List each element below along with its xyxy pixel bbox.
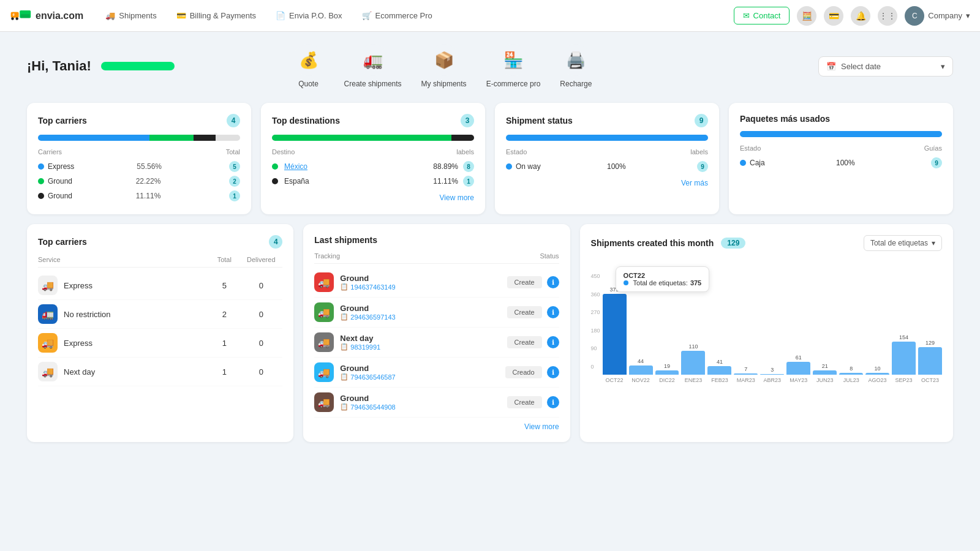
qa-quote[interactable]: 💰 Quote <box>293 44 325 88</box>
company-menu[interactable]: C Company ▾ <box>905 6 970 26</box>
bar-column: 154SEP23 <box>892 334 916 383</box>
bar[interactable] <box>734 373 758 375</box>
status-button-0[interactable]: Create <box>507 276 542 288</box>
bar-column: 41FEB23 <box>707 359 731 383</box>
service-row: 🚚 Next day 1 0 <box>38 358 282 386</box>
bar[interactable] <box>865 373 889 375</box>
nav-billing-icon: 💳 <box>176 11 186 20</box>
chevron-down-icon: ▾ <box>941 62 945 71</box>
carrier-row: Ground 11.11% 1 <box>38 189 240 203</box>
nav-shipments[interactable]: 🚚 Shipments <box>102 9 160 23</box>
qa-ecommerce-pro[interactable]: 🏪 E-commerce pro <box>486 44 541 88</box>
last-shipments-title: Last shipments <box>314 235 377 245</box>
bar-month-label: SEP23 <box>895 377 913 383</box>
bar[interactable] <box>681 351 705 375</box>
copy-icon-1: 📋 <box>340 313 349 321</box>
chevron-down-icon: ▾ <box>966 11 970 20</box>
date-picker[interactable]: 📅 Select date ▾ <box>818 56 953 77</box>
top-carriers-badge: 4 <box>227 114 240 127</box>
destinations-progress-bar <box>272 135 474 141</box>
view-more-destinations[interactable]: View more <box>272 193 474 202</box>
shipment-icon-4: 🚚 <box>314 392 334 412</box>
service-icon-express2: 🚚 <box>38 333 58 353</box>
bar-value-label: 110 <box>688 343 698 350</box>
bar-column: 3ABR23 <box>760 367 784 383</box>
bar[interactable] <box>786 362 810 375</box>
bar-month-label: NOV22 <box>631 377 650 383</box>
bar[interactable] <box>918 347 942 375</box>
service-icon-express1: 🚚 <box>38 276 58 295</box>
destination-row: México 88.89% 8 <box>272 159 474 174</box>
bar[interactable] <box>603 294 627 375</box>
shipment-row: 🚚 Next day 📋98319991 Create ℹ <box>314 328 559 358</box>
status-button-1[interactable]: Create <box>507 306 542 318</box>
info-icon-4[interactable]: ℹ <box>547 396 559 408</box>
service-row: 🚚 Express 5 0 <box>38 271 282 300</box>
chart-select[interactable]: Total de etiquetas ▾ <box>864 235 942 251</box>
carriers-progress-bar <box>38 135 240 141</box>
bar-month-label: OCT22 <box>606 377 624 383</box>
bar[interactable] <box>707 366 731 375</box>
service-icon-norestriction: 🚛 <box>38 304 58 324</box>
grid-icon[interactable]: ⋮⋮ <box>878 6 897 26</box>
info-icon-1[interactable]: ℹ <box>547 306 559 318</box>
top-destinations-badge: 3 <box>461 114 474 127</box>
top-carriers-bottom-card: Top carriers 4 Service Total Delivered 🚚… <box>27 224 293 442</box>
nav-shipments-icon: 🚚 <box>105 11 115 20</box>
view-more-shipments[interactable]: View more <box>314 422 559 431</box>
service-icon-nextday: 🚚 <box>38 362 58 381</box>
status-button-3[interactable]: Creado <box>505 366 542 378</box>
paquetes-progress-bar <box>740 131 942 137</box>
calculator-icon[interactable]: 🧮 <box>797 6 816 26</box>
quick-actions: 💰 Quote 🚛 Create shipments 📦 My shipment… <box>293 44 592 88</box>
bar[interactable] <box>839 373 863 375</box>
shipment-row: 🚚 Ground 📋194637463149 Create ℹ <box>314 268 559 298</box>
bar-column: 44NOV22 <box>629 358 653 383</box>
bar[interactable] <box>629 365 653 375</box>
qa-recharge[interactable]: 🖨️ Recharge <box>560 44 592 88</box>
chart-badge: 129 <box>721 238 745 249</box>
last-shipments-card: Last shipments Tracking Status 🚚 Ground … <box>303 224 570 442</box>
info-icon-3[interactable]: ℹ <box>547 366 559 378</box>
shipment-icon-0: 🚚 <box>314 272 334 292</box>
bar-month-label: OCT23 <box>921 377 939 383</box>
calendar-icon: 📅 <box>826 62 836 71</box>
info-icon-0[interactable]: ℹ <box>547 276 559 288</box>
copy-icon-3: 📋 <box>340 373 349 381</box>
recharge-icon: 🖨️ <box>560 44 592 76</box>
status-button-4[interactable]: Create <box>507 396 542 408</box>
bar-column: 21JUN23 <box>813 363 837 383</box>
bar-month-label: JUL23 <box>843 377 859 383</box>
wallet-icon[interactable]: 💳 <box>824 6 843 26</box>
nav-pobox[interactable]: 📄 Envia P.O. Box <box>272 9 345 23</box>
bar-value-label: 154 <box>899 334 908 340</box>
nav-pobox-icon: 📄 <box>276 11 285 20</box>
bar-month-label: FEB23 <box>711 377 728 383</box>
qa-create-shipments[interactable]: 🚛 Create shipments <box>344 44 402 88</box>
bar-value-label: 3 <box>771 367 774 373</box>
carrier-dot-ground-green <box>38 178 44 184</box>
bar-month-label: MAR23 <box>737 377 755 383</box>
bar-value-label: 41 <box>717 359 723 365</box>
create-shipments-icon: 🚛 <box>357 44 389 76</box>
view-more-status[interactable]: Ver más <box>506 179 708 187</box>
nav-billing[interactable]: 💳 Billing & Payments <box>173 9 260 23</box>
bar-value-label: 129 <box>925 340 935 346</box>
bar[interactable] <box>892 342 916 375</box>
bar[interactable] <box>760 374 784 375</box>
bar[interactable] <box>813 370 837 375</box>
bar-column: 375OCT22 <box>603 287 627 383</box>
bell-icon[interactable]: 🔔 <box>851 6 870 26</box>
info-icon-2[interactable]: ℹ <box>547 336 559 348</box>
bar-column: 129OCT23 <box>918 340 942 383</box>
bar-month-label: MAY23 <box>790 377 807 383</box>
contact-button[interactable]: ✉ Contact <box>734 7 790 24</box>
shipment-icon-1: 🚚 <box>314 302 334 322</box>
status-button-2[interactable]: Create <box>507 336 542 348</box>
logo[interactable]: e envia.com <box>10 7 83 24</box>
paquete-dot-caja <box>740 160 746 166</box>
qa-my-shipments[interactable]: 📦 My shipments <box>421 44 467 88</box>
top-carriers-card: Top carriers 4 Carriers Total Express 55… <box>27 103 251 214</box>
bar[interactable] <box>655 370 679 375</box>
nav-ecommerce[interactable]: 🛒 Ecommerce Pro <box>358 9 436 23</box>
